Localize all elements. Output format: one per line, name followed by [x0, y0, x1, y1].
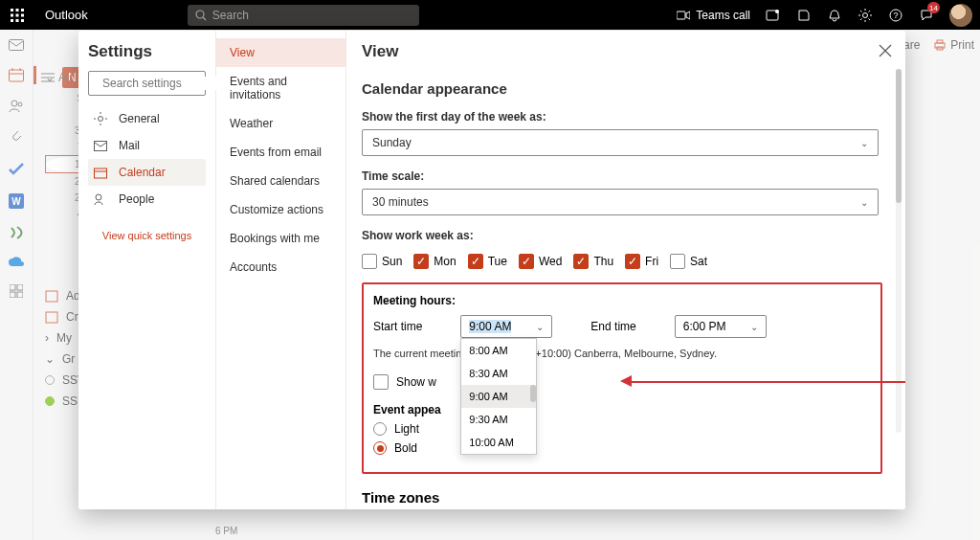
time-option[interactable]: 9:00 AM	[461, 385, 536, 408]
settings-nav-primary: Settings General Mail Calendar People Vi…	[78, 31, 216, 509]
scrollbar[interactable]	[896, 69, 902, 433]
close-button[interactable]	[879, 44, 892, 57]
chevron-down-icon: ⌄	[750, 322, 758, 332]
calendar-icon	[94, 167, 109, 179]
settings-nav-secondary: View Events and invitations Weather Even…	[216, 31, 346, 509]
settings-title: Settings	[88, 42, 206, 61]
search-placeholder: Search	[212, 9, 249, 22]
calendar-appearance-heading: Calendar appearance	[362, 80, 882, 97]
start-time-options[interactable]: 8:00 AM 8:30 AM 9:00 AM 9:30 AM 10:00 AM	[460, 338, 537, 455]
nav2-accounts[interactable]: Accounts	[216, 253, 345, 281]
nav2-shared[interactable]: Shared calendars	[216, 167, 345, 195]
svg-point-14	[863, 12, 868, 17]
start-time-dropdown[interactable]: 9:00 AM ⌄	[460, 315, 552, 338]
time-option[interactable]: 9:30 AM	[461, 408, 536, 431]
svg-point-56	[96, 194, 101, 200]
show-weekends-checkbox[interactable]: Show w	[373, 374, 871, 390]
chat-badge: 14	[927, 2, 940, 13]
workweek-label: Show work week as:	[362, 229, 882, 242]
gear-icon[interactable]	[850, 0, 880, 30]
nav2-events-from-email[interactable]: Events from email	[216, 138, 345, 167]
svg-line-19	[860, 11, 862, 12]
options-scroll-thumb[interactable]	[530, 385, 536, 402]
search-icon	[195, 10, 207, 21]
first-day-dropdown[interactable]: Sunday ⌄	[362, 129, 879, 156]
end-time-dropdown[interactable]: 6:00 PM ⌄	[675, 315, 767, 338]
svg-point-9	[196, 11, 204, 18]
svg-point-13	[775, 10, 779, 13]
nav-people[interactable]: People	[88, 186, 206, 213]
start-time-label: Start time	[373, 320, 422, 333]
nav-mail[interactable]: Mail	[88, 132, 206, 159]
chevron-down-icon: ⌄	[860, 197, 868, 208]
svg-rect-2	[21, 9, 24, 11]
svg-point-48	[99, 117, 103, 122]
svg-rect-6	[11, 19, 13, 22]
video-icon	[677, 11, 690, 20]
mail-icon	[94, 141, 109, 151]
nav2-customize-actions[interactable]: Customize actions	[216, 195, 345, 224]
day-thu[interactable]: ✓Thu	[573, 254, 613, 269]
event-appearance-label: Event appea	[373, 403, 871, 416]
end-time-label: End time	[590, 320, 635, 333]
pane-title: View	[362, 42, 882, 61]
appearance-light[interactable]: Light	[373, 422, 871, 436]
svg-text:?: ?	[893, 11, 898, 20]
help-icon[interactable]: ?	[880, 0, 911, 30]
first-day-label: Show the first day of the week as:	[362, 110, 882, 124]
time-option[interactable]: 8:30 AM	[461, 362, 536, 385]
meet-now-icon[interactable]	[758, 0, 789, 30]
day-tue[interactable]: ✓Tue	[468, 254, 507, 269]
settings-modal: Settings General Mail Calendar People Vi…	[78, 31, 905, 509]
day-sun[interactable]: Sun	[362, 254, 402, 269]
svg-rect-5	[21, 13, 24, 16]
timezone-note: The current meeting hours is (UTC+10:00)…	[373, 348, 871, 359]
svg-line-21	[869, 11, 871, 12]
timescale-dropdown[interactable]: 30 minutes ⌄	[362, 189, 879, 215]
day-fri[interactable]: ✓Fri	[625, 254, 658, 269]
nav2-events[interactable]: Events and invitations	[216, 67, 345, 109]
view-quick-settings-link[interactable]: View quick settings	[88, 230, 206, 241]
time-option[interactable]: 8:00 AM	[461, 339, 536, 362]
nav-general[interactable]: General	[88, 105, 206, 132]
svg-line-20	[869, 18, 871, 20]
svg-line-22	[860, 18, 862, 20]
chat-icon[interactable]: 14	[911, 0, 942, 30]
avatar[interactable]	[949, 4, 972, 27]
timescale-label: Time scale:	[362, 169, 882, 183]
day-sat[interactable]: Sat	[670, 254, 707, 269]
svg-line-10	[203, 17, 206, 20]
svg-rect-0	[11, 9, 13, 11]
close-icon	[879, 44, 892, 57]
chevron-down-icon: ⌄	[536, 322, 544, 332]
teams-call-button[interactable]: Teams call	[669, 9, 758, 22]
timezones-heading: Time zones	[362, 489, 882, 506]
meeting-hours-section: Meeting hours: Start time 9:00 AM ⌄ 8:00…	[362, 282, 882, 474]
day-wed[interactable]: ✓Wed	[519, 254, 562, 269]
nav2-bookings[interactable]: Bookings with me	[216, 224, 345, 253]
top-bar: Outlook Search Teams call ? 14	[0, 0, 980, 30]
people-icon	[94, 193, 109, 206]
day-mon[interactable]: ✓Mon	[413, 254, 456, 269]
nav-calendar[interactable]: Calendar	[88, 159, 206, 186]
work-days-row: Sun ✓Mon ✓Tue ✓Wed ✓Thu ✓Fri Sat	[362, 254, 882, 269]
tips-icon[interactable]	[789, 0, 819, 30]
bell-icon[interactable]	[819, 0, 850, 30]
svg-rect-8	[21, 19, 24, 22]
appearance-bold[interactable]: Bold	[373, 441, 871, 455]
nav2-weather[interactable]: Weather	[216, 109, 345, 138]
settings-search[interactable]	[88, 71, 206, 96]
chevron-down-icon: ⌄	[860, 138, 868, 148]
svg-rect-3	[11, 13, 13, 16]
nav2-view[interactable]: View	[216, 38, 345, 67]
svg-rect-11	[677, 11, 685, 19]
svg-rect-7	[15, 19, 18, 22]
svg-rect-1	[15, 9, 18, 11]
app-name: Outlook	[33, 8, 100, 22]
global-search[interactable]: Search	[188, 5, 419, 26]
app-launcher-icon[interactable]	[0, 9, 33, 22]
time-option[interactable]: 10:00 AM	[461, 431, 536, 454]
svg-rect-4	[15, 13, 18, 16]
meeting-hours-label: Meeting hours:	[373, 294, 871, 307]
svg-rect-54	[95, 169, 107, 178]
